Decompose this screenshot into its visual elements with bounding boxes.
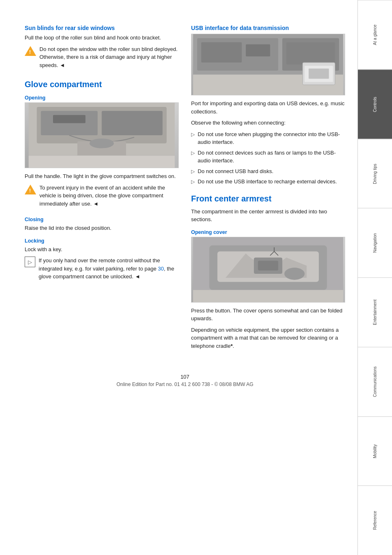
armrest-image-interior xyxy=(191,237,345,302)
page-number: 107 xyxy=(25,374,345,380)
two-column-layout: Sun blinds for rear side windows Pull th… xyxy=(25,25,345,353)
bullet-arrow-3: ▷ xyxy=(191,168,195,175)
warning-icon: ! xyxy=(25,45,36,57)
armrest-body2: Depending on vehicle equipment, the uppe… xyxy=(191,326,345,350)
sun-blinds-section: Sun blinds for rear side windows Pull th… xyxy=(25,25,179,72)
armrest-body1: Press the button. The cover opens somewh… xyxy=(191,307,345,323)
glove-warning-text: To prevent injury in the event of an acc… xyxy=(39,184,179,208)
svg-point-26 xyxy=(284,268,304,280)
usb-bullet-4-text: Do not use the USB interface to recharge… xyxy=(198,178,337,186)
sidebar-item-entertainment[interactable]: Entertainment xyxy=(358,278,392,347)
usb-body2: Observe the following when connecting: xyxy=(191,119,345,127)
usb-body1: Port for importing and exporting data on… xyxy=(191,99,345,116)
svg-rect-4 xyxy=(53,115,85,123)
usb-svg xyxy=(191,34,345,95)
right-column: USB interface for data transmission xyxy=(191,25,345,353)
glove-closing-subtitle: Closing xyxy=(25,217,179,222)
armrest-image xyxy=(191,237,345,303)
glove-opening-subtitle: Opening xyxy=(25,95,179,101)
svg-rect-14 xyxy=(246,44,270,57)
svg-rect-8 xyxy=(29,155,175,168)
glove-locking-body: Lock with a key. xyxy=(25,245,179,254)
usb-bullet-2-text: Do not connect devices such as fans or l… xyxy=(198,149,345,165)
usb-image xyxy=(191,34,345,95)
svg-rect-13 xyxy=(201,42,242,62)
usb-bullet-3-text: Do not connect USB hard disks. xyxy=(198,167,273,176)
sidebar-item-at-a-glance[interactable]: At a glance xyxy=(358,0,392,69)
svg-rect-20 xyxy=(309,69,329,79)
locking-page-link[interactable]: 30 xyxy=(158,266,164,272)
sidebar-item-mobility[interactable]: Mobility xyxy=(358,416,392,486)
bullet-arrow-4: ▷ xyxy=(191,178,195,185)
glove-svg xyxy=(25,103,178,168)
sidebar-item-driving-tips[interactable]: Driving tips xyxy=(358,139,392,208)
usb-bullet-3: ▷ Do not connect USB hard disks. xyxy=(191,167,345,176)
note-icon: ▷ xyxy=(25,257,35,267)
glove-locking-note-text: If you only hand over the remote control… xyxy=(39,257,179,281)
svg-point-6 xyxy=(90,139,114,148)
sun-blinds-title: Sun blinds for rear side windows xyxy=(25,25,179,31)
sun-blinds-body: Pull the loop of the roller sun blind an… xyxy=(25,34,179,42)
sidebar-item-navigation[interactable]: Navigation xyxy=(358,208,392,278)
footer-copyright: Online Edition for Part no. 01 41 2 600 … xyxy=(25,382,345,387)
bullet-arrow-1: ▷ xyxy=(191,131,195,138)
sidebar-item-communications[interactable]: Communications xyxy=(358,347,392,416)
sidebar-item-controls[interactable]: Controls xyxy=(358,69,392,139)
glove-locking-note: ▷ If you only hand over the remote contr… xyxy=(25,257,179,284)
glove-compartment-image xyxy=(25,102,179,168)
svg-rect-27 xyxy=(193,290,343,302)
usb-bullet-2: ▷ Do not connect devices such as fans or… xyxy=(191,149,345,165)
page-footer: 107 Online Edition for Part no. 01 41 2 … xyxy=(25,370,345,387)
armrest-svg xyxy=(191,237,345,302)
glove-compartment-title: Glove compartment xyxy=(25,80,179,89)
glove-warning: ! To prevent injury in the event of an a… xyxy=(25,184,179,211)
sun-blinds-warning: ! Do not open the window with the roller… xyxy=(25,45,179,73)
page-wrapper: Sun blinds for rear side windows Pull th… xyxy=(0,0,392,555)
usb-bullet-4: ▷ Do not use the USB interface to rechar… xyxy=(191,178,345,186)
usb-bullet-1-text: Do not use force when plugging the conne… xyxy=(198,130,345,146)
usb-title: USB interface for data transmission xyxy=(191,25,345,31)
usb-section: USB interface for data transmission xyxy=(191,25,345,186)
usb-bullet-1: ▷ Do not use force when plugging the con… xyxy=(191,130,345,146)
svg-rect-25 xyxy=(258,261,278,271)
glove-image-interior xyxy=(25,103,178,168)
glove-closing-body: Raise the lid into the closed position. xyxy=(25,224,179,232)
glove-locking-subtitle: Locking xyxy=(25,238,179,244)
svg-rect-3 xyxy=(102,111,163,135)
usb-bullet-list: ▷ Do not use force when plugging the con… xyxy=(191,130,345,186)
armrest-intro: The compartment in the center armrest is… xyxy=(191,208,345,224)
left-column: Sun blinds for rear side windows Pull th… xyxy=(25,25,179,353)
usb-image-interior xyxy=(191,34,345,95)
main-content: Sun blinds for rear side windows Pull th… xyxy=(0,0,357,555)
glove-compartment-section: Glove compartment Opening xyxy=(25,80,179,284)
glove-warning-icon: ! xyxy=(25,184,36,195)
sidebar: At a glance Controls Driving tips Naviga… xyxy=(357,0,392,555)
svg-rect-15 xyxy=(286,42,335,65)
sidebar-item-reference[interactable]: Reference xyxy=(358,486,392,555)
armrest-opening-subtitle: Opening cover xyxy=(191,229,345,235)
front-armrest-section: Front center armrest The compartment in … xyxy=(191,194,345,350)
glove-opening-body: Pull the handle. The light in the glove … xyxy=(25,172,179,180)
armrest-title: Front center armrest xyxy=(191,194,345,204)
sun-blinds-warning-text: Do not open the window with the roller s… xyxy=(39,45,179,69)
bullet-arrow-2: ▷ xyxy=(191,149,195,157)
